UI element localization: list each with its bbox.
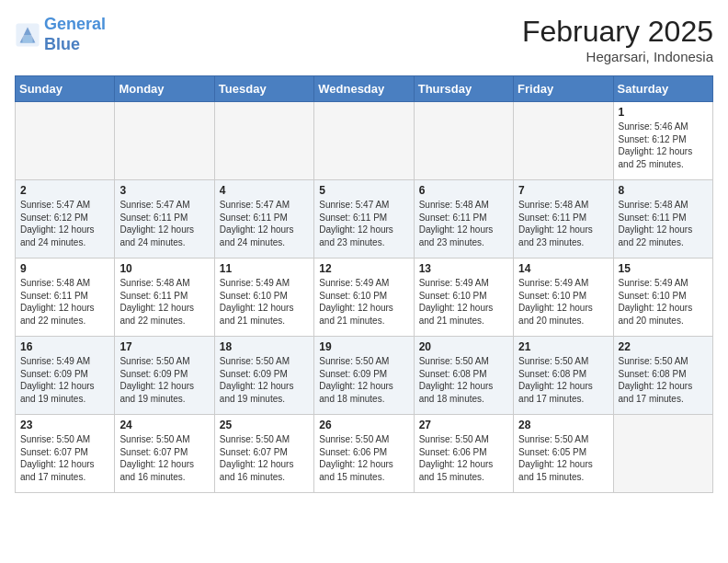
day-number: 4 [220,184,309,197]
weekday-header-row: SundayMondayTuesdayWednesdayThursdayFrid… [16,76,713,102]
page-header: General Blue February 2025 Hegarsari, In… [15,15,713,64]
day-number: 5 [319,184,408,197]
calendar-cell: 3Sunrise: 5:47 AM Sunset: 6:11 PM Daylig… [115,180,214,259]
calendar-cell [16,102,115,180]
calendar-cell: 2Sunrise: 5:47 AM Sunset: 6:12 PM Daylig… [16,180,115,259]
day-number: 26 [319,419,408,431]
day-number: 18 [220,340,309,353]
calendar-cell: 11Sunrise: 5:49 AM Sunset: 6:10 PM Dayli… [214,259,313,337]
day-number: 21 [518,340,608,353]
calendar-cell: 22Sunrise: 5:50 AM Sunset: 6:08 PM Dayli… [613,337,712,415]
day-number: 12 [319,262,408,275]
calendar-cell: 6Sunrise: 5:48 AM Sunset: 6:11 PM Daylig… [414,180,513,259]
day-info: Sunrise: 5:50 AM Sunset: 6:06 PM Dayligh… [319,433,408,483]
calendar-cell [214,102,313,180]
calendar-cell: 4Sunrise: 5:47 AM Sunset: 6:11 PM Daylig… [214,180,313,259]
day-info: Sunrise: 5:50 AM Sunset: 6:09 PM Dayligh… [119,355,209,405]
day-number: 11 [220,262,309,275]
logo: General Blue [15,15,106,54]
week-row-3: 9Sunrise: 5:48 AM Sunset: 6:11 PM Daylig… [16,259,713,337]
calendar-cell [115,102,214,180]
day-info: Sunrise: 5:50 AM Sunset: 6:08 PM Dayligh… [419,355,508,405]
weekday-header-friday: Friday [514,76,613,102]
day-info: Sunrise: 5:49 AM Sunset: 6:10 PM Dayligh… [518,277,608,327]
calendar-cell: 15Sunrise: 5:49 AM Sunset: 6:10 PM Dayli… [613,259,712,337]
day-info: Sunrise: 5:49 AM Sunset: 6:09 PM Dayligh… [20,355,109,405]
calendar-cell: 17Sunrise: 5:50 AM Sunset: 6:09 PM Dayli… [115,337,214,415]
day-number: 13 [419,262,508,275]
day-number: 9 [20,262,109,275]
month-title: February 2025 [522,15,713,49]
weekday-header-tuesday: Tuesday [214,76,313,102]
title-block: February 2025 Hegarsari, Indonesia [522,15,713,64]
day-number: 3 [119,184,209,197]
day-info: Sunrise: 5:49 AM Sunset: 6:10 PM Dayligh… [419,277,508,327]
calendar-cell [314,102,414,180]
day-info: Sunrise: 5:47 AM Sunset: 6:11 PM Dayligh… [220,199,309,248]
day-number: 7 [518,184,608,197]
day-info: Sunrise: 5:48 AM Sunset: 6:11 PM Dayligh… [20,277,109,327]
day-info: Sunrise: 5:50 AM Sunset: 6:09 PM Dayligh… [319,355,408,405]
day-number: 20 [419,340,508,353]
calendar-cell: 19Sunrise: 5:50 AM Sunset: 6:09 PM Dayli… [314,337,414,415]
day-number: 22 [619,340,708,353]
calendar-cell: 20Sunrise: 5:50 AM Sunset: 6:08 PM Dayli… [414,337,513,415]
day-number: 25 [220,419,309,431]
calendar-cell: 12Sunrise: 5:49 AM Sunset: 6:10 PM Dayli… [314,259,414,337]
day-number: 24 [119,419,209,431]
calendar-cell: 7Sunrise: 5:48 AM Sunset: 6:11 PM Daylig… [514,180,613,259]
day-number: 19 [319,340,408,353]
day-info: Sunrise: 5:49 AM Sunset: 6:10 PM Dayligh… [619,277,708,327]
calendar-cell: 1Sunrise: 5:46 AM Sunset: 6:12 PM Daylig… [613,102,712,180]
calendar-cell: 24Sunrise: 5:50 AM Sunset: 6:07 PM Dayli… [115,415,214,493]
calendar-cell [514,102,613,180]
calendar-cell: 23Sunrise: 5:50 AM Sunset: 6:07 PM Dayli… [16,415,115,493]
week-row-5: 23Sunrise: 5:50 AM Sunset: 6:07 PM Dayli… [16,415,713,493]
day-number: 6 [419,184,508,197]
day-number: 2 [20,184,109,197]
svg-rect-3 [22,35,32,42]
day-number: 17 [119,340,209,353]
day-number: 1 [619,106,708,119]
day-info: Sunrise: 5:47 AM Sunset: 6:12 PM Dayligh… [20,199,109,248]
day-info: Sunrise: 5:48 AM Sunset: 6:11 PM Dayligh… [419,199,508,248]
calendar-cell: 5Sunrise: 5:47 AM Sunset: 6:11 PM Daylig… [314,180,414,259]
calendar-cell: 16Sunrise: 5:49 AM Sunset: 6:09 PM Dayli… [16,337,115,415]
calendar-cell: 18Sunrise: 5:50 AM Sunset: 6:09 PM Dayli… [214,337,313,415]
day-number: 27 [419,419,508,431]
calendar-cell: 28Sunrise: 5:50 AM Sunset: 6:05 PM Dayli… [514,415,613,493]
calendar-cell: 26Sunrise: 5:50 AM Sunset: 6:06 PM Dayli… [314,415,414,493]
day-number: 23 [20,419,109,431]
day-info: Sunrise: 5:50 AM Sunset: 6:07 PM Dayligh… [20,433,109,483]
logo-general: General [44,15,106,33]
day-info: Sunrise: 5:50 AM Sunset: 6:08 PM Dayligh… [619,355,708,405]
calendar-cell: 21Sunrise: 5:50 AM Sunset: 6:08 PM Dayli… [514,337,613,415]
weekday-header-monday: Monday [115,76,214,102]
day-info: Sunrise: 5:50 AM Sunset: 6:09 PM Dayligh… [220,355,309,405]
calendar-cell: 27Sunrise: 5:50 AM Sunset: 6:06 PM Dayli… [414,415,513,493]
day-info: Sunrise: 5:48 AM Sunset: 6:11 PM Dayligh… [619,199,708,248]
day-info: Sunrise: 5:50 AM Sunset: 6:07 PM Dayligh… [220,433,309,483]
day-number: 16 [20,340,109,353]
calendar-cell [613,415,712,493]
day-info: Sunrise: 5:50 AM Sunset: 6:07 PM Dayligh… [119,433,209,483]
week-row-4: 16Sunrise: 5:49 AM Sunset: 6:09 PM Dayli… [16,337,713,415]
calendar-cell: 10Sunrise: 5:48 AM Sunset: 6:11 PM Dayli… [115,259,214,337]
day-number: 14 [518,262,608,275]
calendar-cell: 13Sunrise: 5:49 AM Sunset: 6:10 PM Dayli… [414,259,513,337]
day-info: Sunrise: 5:49 AM Sunset: 6:10 PM Dayligh… [220,277,309,327]
day-info: Sunrise: 5:48 AM Sunset: 6:11 PM Dayligh… [518,199,608,248]
logo-blue: Blue [44,35,80,53]
calendar-cell: 14Sunrise: 5:49 AM Sunset: 6:10 PM Dayli… [514,259,613,337]
day-info: Sunrise: 5:47 AM Sunset: 6:11 PM Dayligh… [119,199,209,248]
week-row-2: 2Sunrise: 5:47 AM Sunset: 6:12 PM Daylig… [16,180,713,259]
day-number: 10 [119,262,209,275]
day-info: Sunrise: 5:50 AM Sunset: 6:05 PM Dayligh… [518,433,608,483]
location: Hegarsari, Indonesia [522,49,713,64]
weekday-header-sunday: Sunday [16,76,115,102]
day-number: 28 [518,419,608,431]
day-info: Sunrise: 5:49 AM Sunset: 6:10 PM Dayligh… [319,277,408,327]
day-info: Sunrise: 5:46 AM Sunset: 6:12 PM Dayligh… [619,121,708,170]
calendar-cell: 8Sunrise: 5:48 AM Sunset: 6:11 PM Daylig… [613,180,712,259]
week-row-1: 1Sunrise: 5:46 AM Sunset: 6:12 PM Daylig… [16,102,713,180]
